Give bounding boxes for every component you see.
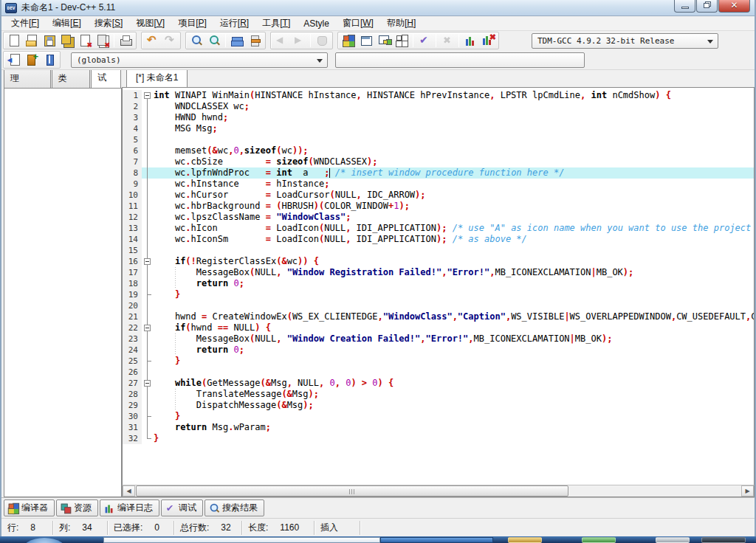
minimize-button[interactable] (674, 0, 695, 13)
profile-button[interactable] (461, 32, 479, 49)
replace-button[interactable] (205, 32, 223, 49)
code-line: 31 return Msg.wParam; (123, 422, 754, 433)
menu-item[interactable]: 运行[R] (213, 15, 255, 31)
close-all-button[interactable] (94, 32, 111, 49)
new-file-button[interactable] (5, 32, 23, 49)
fold-marker-icon[interactable] (142, 378, 154, 389)
bottom-tab-bar: 编译器资源编译日志调试搜索结果 (1, 497, 755, 518)
bottom-tab-编译日志[interactable]: 编译日志 (100, 499, 159, 516)
title-bar[interactable]: DEV 未命名1 - Dev-C++ 5.11 ✕ (1, 0, 755, 16)
close-file-button[interactable] (76, 32, 94, 49)
bottom-tab-编译器[interactable]: 编译器 (4, 499, 55, 516)
goto-declaration-button[interactable] (5, 52, 23, 68)
code-editor[interactable]: 1int WINAPI WinMain(HINSTANCE hInstance,… (122, 87, 755, 485)
compiler-select[interactable]: TDM-GCC 4.9.2 32-bit Release (532, 33, 718, 49)
line-number: 32 (123, 433, 142, 444)
goto-declaration-icon (7, 53, 21, 66)
fold-marker-icon[interactable] (142, 90, 154, 101)
run-button[interactable] (357, 32, 375, 49)
globals-select[interactable]: (globals) (71, 52, 328, 68)
taskbar-item[interactable] (508, 537, 542, 543)
restore-button[interactable] (696, 0, 718, 13)
bottom-tab-资源[interactable]: 资源 (56, 499, 98, 516)
compile-run-button[interactable] (375, 32, 393, 49)
save-all-button[interactable] (58, 32, 76, 49)
forward-button[interactable] (290, 32, 308, 49)
forward-icon (292, 34, 306, 47)
toolbar-separator (436, 34, 436, 47)
bottom-tab-搜索结果[interactable]: 搜索结果 (205, 499, 264, 516)
fold-line (142, 411, 154, 422)
taskbar-item[interactable] (380, 537, 493, 543)
insert-button[interactable] (41, 52, 58, 68)
menu-item[interactable]: 编辑[E] (46, 15, 88, 31)
abort-compile-button[interactable] (439, 32, 456, 49)
left-panel: 项目管理查看类调试 (1, 70, 122, 497)
taskbar-item[interactable] (701, 537, 746, 543)
syntax-check-button[interactable] (416, 32, 433, 49)
fold-line (142, 345, 154, 356)
left-tab-调试[interactable]: 调试 (91, 70, 121, 88)
menu-item[interactable]: 帮助[H] (380, 15, 422, 31)
members-select[interactable] (335, 52, 585, 68)
close-button[interactable]: ✕ (718, 0, 750, 13)
line-number: 17 (123, 267, 142, 278)
menu-item[interactable]: 工具[T] (255, 15, 297, 31)
taskbar-item[interactable] (103, 537, 380, 543)
debug-stop-button[interactable] (313, 32, 331, 49)
toolbar-group (3, 32, 137, 49)
goto-line-button[interactable] (228, 32, 246, 49)
status-filler (360, 521, 755, 535)
fold-line (142, 300, 154, 311)
code-text: } (154, 411, 754, 422)
insert-icon (43, 53, 56, 66)
menu-item[interactable]: 文件[F] (4, 15, 46, 31)
status-segment: 长度:1160 (242, 521, 315, 535)
status-label: 行: (7, 522, 18, 534)
save-button[interactable] (41, 32, 58, 49)
undo-button[interactable] (143, 32, 161, 49)
left-tab-查看类[interactable]: 查看类 (52, 70, 90, 88)
bottom-tab-调试[interactable]: 调试 (161, 499, 203, 516)
new-unit-button[interactable] (23, 52, 41, 68)
taskbar-item[interactable] (656, 537, 690, 543)
start-orb-icon[interactable] (21, 538, 68, 543)
menu-item[interactable]: 视图[V] (129, 15, 171, 31)
menu-item[interactable]: 窗口[W] (336, 15, 380, 31)
fold-marker-icon[interactable] (142, 256, 154, 267)
back-button[interactable] (272, 32, 290, 49)
rebuild-all-button[interactable] (393, 32, 410, 49)
left-tab-项目管理[interactable]: 项目管理 (4, 70, 51, 88)
status-value: 34 (82, 522, 92, 533)
find-button[interactable] (188, 32, 205, 49)
scrollbar-thumb[interactable] (136, 485, 568, 497)
code-text: return 0; (154, 345, 754, 356)
line-number: 14 (123, 234, 142, 245)
line-number: 21 (123, 311, 142, 322)
delete-profiling-button[interactable] (479, 32, 497, 49)
chevron-down-icon (317, 59, 323, 63)
code-lines: 1int WINAPI WinMain(HINSTANCE hInstance,… (123, 90, 754, 444)
scroll-right-arrow-icon[interactable]: ▶ (741, 485, 754, 497)
editor-tab-unnamed1[interactable]: [*] 未命名1 (126, 70, 188, 87)
menu-item[interactable]: 搜索[S] (88, 15, 130, 31)
status-bar: 行:8列:34已选择:0总行数:32长度:1160插入 (1, 518, 755, 536)
horizontal-scrollbar[interactable]: ◀ ▶ (122, 485, 755, 497)
nav-toolbar: (globals) (1, 50, 755, 70)
taskbar-item[interactable] (582, 537, 616, 543)
fold-marker-icon[interactable] (142, 322, 154, 333)
left-panel-body[interactable] (4, 88, 122, 497)
print-button[interactable] (117, 32, 134, 49)
scroll-left-arrow-icon[interactable]: ◀ (123, 485, 135, 497)
code-line: 27 while(GetMessage(&Msg, NULL, 0, 0) > … (123, 378, 754, 389)
code-line: 29 DispatchMessage(&Msg); (123, 400, 754, 411)
menu-item[interactable]: AStyle (297, 17, 336, 30)
compiler-select-value: TDM-GCC 4.9.2 32-bit Release (537, 36, 674, 46)
menu-item[interactable]: 项目[P] (171, 15, 213, 31)
incremental-search-button[interactable] (246, 32, 264, 49)
compile-button[interactable] (340, 32, 357, 49)
open-file-button[interactable] (23, 32, 41, 49)
windows-taskbar[interactable] (0, 536, 756, 543)
code-line: 7 wc.cbSize = sizeof(WNDCLASSEX); (123, 156, 754, 167)
redo-button[interactable] (161, 32, 179, 49)
